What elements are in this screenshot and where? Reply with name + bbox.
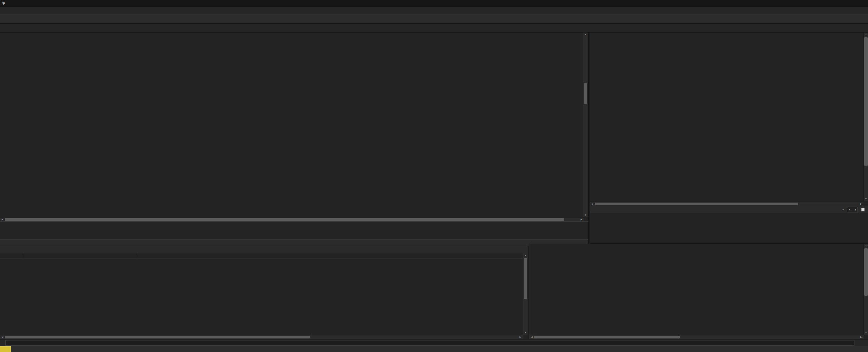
view-tab-bar — [0, 24, 868, 33]
command-input[interactable] — [5, 340, 854, 346]
stack-pane: ▲▼ ◀▶ — [529, 244, 868, 339]
info-box — [0, 221, 589, 239]
toolbar — [0, 14, 868, 24]
address-column-header — [0, 253, 24, 258]
arg-count-spinner[interactable]: ▼ ▲ — [847, 207, 858, 212]
disasm-hscrollbar[interactable]: ◀▶ — [0, 217, 584, 221]
minimize-button[interactable] — [825, 0, 840, 7]
command-row — [0, 339, 868, 346]
debug-state-badge — [0, 346, 11, 352]
unlock-checkbox[interactable] — [861, 208, 865, 211]
hex-dump-pane: ▲▼ ◀▶ — [0, 253, 528, 339]
ascii-column-header — [138, 253, 182, 258]
bottom-tab-bar — [0, 246, 528, 253]
menu-bar — [0, 7, 868, 14]
hex-column-header — [24, 253, 138, 258]
calling-convention-row: ▼ ▼ ▲ — [590, 206, 868, 213]
hex-dump-header — [0, 253, 528, 259]
disassembly-pane: ▲▼ ◀▶ — [0, 33, 589, 221]
spinner-up-icon[interactable]: ▲ — [854, 208, 856, 211]
arguments-pane — [590, 213, 868, 244]
x32dbg-window: ✱ ▲▼ ◀▶ ▲▼ ◀▶ ▼ ▼ — [0, 0, 868, 352]
app-icon: ✱ — [0, 1, 7, 6]
disasm-vscrollbar[interactable]: ▲▼ — [583, 33, 588, 217]
registers-pane: ▲▼ ◀▶ — [590, 33, 868, 206]
registers-hscrollbar[interactable]: ◀▶ — [590, 202, 863, 206]
hide-fpu-button[interactable] — [590, 33, 868, 40]
stack-vscrollbar[interactable]: ▲▼ — [863, 244, 868, 335]
convention-dropdown-icon[interactable]: ▼ — [842, 208, 844, 211]
spinner-down-icon[interactable]: ▼ — [849, 208, 850, 211]
info-line-1 — [3, 223, 585, 228]
hex-hscrollbar[interactable]: ◀▶ — [0, 335, 523, 339]
title-bar: ✱ — [0, 0, 868, 7]
maximize-button[interactable] — [840, 0, 854, 7]
stack-hscrollbar[interactable]: ◀▶ — [529, 335, 864, 339]
close-button[interactable] — [854, 0, 868, 7]
address-status-line — [0, 239, 589, 246]
status-bar — [0, 346, 868, 352]
info-line-2 — [3, 228, 585, 233]
hex-vscrollbar[interactable]: ▲▼ — [523, 253, 528, 335]
registers-vscrollbar[interactable]: ▲▼ — [863, 33, 868, 201]
jump-arrows — [0, 33, 51, 221]
